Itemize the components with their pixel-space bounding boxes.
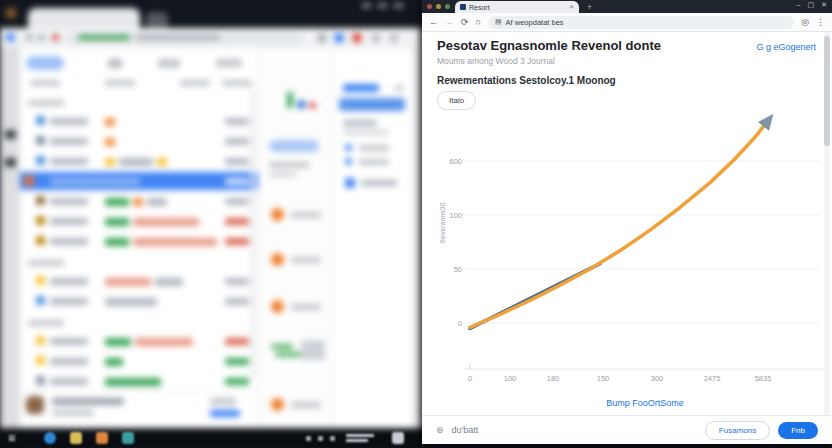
blurred-browser-tab[interactable] bbox=[28, 8, 140, 30]
blur-decor bbox=[136, 35, 220, 40]
window-maximize-icon[interactable]: ▢ bbox=[808, 1, 815, 9]
secondary-action-button[interactable]: Fusamons bbox=[705, 421, 770, 440]
blur-decor bbox=[50, 178, 140, 185]
taskbar-clock[interactable] bbox=[346, 434, 374, 437]
blur-decor bbox=[155, 278, 183, 286]
page-scrollbar[interactable] bbox=[824, 32, 830, 415]
row-amount-bar bbox=[225, 298, 249, 305]
blurred-list-area bbox=[20, 48, 258, 428]
table-row bbox=[20, 232, 258, 250]
orange-badge-icon bbox=[271, 398, 284, 411]
table-row bbox=[20, 212, 258, 230]
blur-decor bbox=[105, 218, 129, 226]
blur-decor bbox=[20, 390, 258, 391]
blur-decor bbox=[133, 218, 199, 226]
blurred-close-icon[interactable] bbox=[394, 4, 403, 7]
blurred-link-bar bbox=[210, 410, 240, 417]
blurred-minimize-icon[interactable] bbox=[362, 4, 371, 7]
page-footer: ⊛ du'batt Fusamons Fnb bbox=[422, 415, 832, 444]
blur-decor bbox=[38, 35, 45, 40]
new-tab-button[interactable]: + bbox=[587, 2, 592, 12]
tab-close-icon[interactable]: × bbox=[569, 3, 574, 11]
row-icon bbox=[36, 296, 45, 305]
column-header-bar bbox=[30, 80, 60, 86]
row-amount-bar bbox=[225, 358, 249, 365]
home-icon[interactable]: ○ bbox=[476, 18, 481, 27]
taskbar-app-yellow-icon[interactable] bbox=[70, 432, 82, 444]
blurred-app-logo bbox=[6, 33, 15, 42]
table-row bbox=[20, 132, 258, 150]
blur-decor bbox=[52, 410, 94, 416]
y-tick-label: 100 bbox=[449, 211, 462, 220]
row-icon bbox=[36, 336, 45, 345]
start-button-icon[interactable]: ⊞ bbox=[8, 433, 16, 443]
row-amount-bar bbox=[225, 238, 249, 245]
forward-icon[interactable]: → bbox=[445, 18, 454, 27]
back-icon[interactable]: ← bbox=[429, 18, 438, 27]
rail-icon bbox=[5, 158, 16, 167]
row-amount-bar bbox=[225, 278, 249, 285]
panel-selected-item bbox=[339, 98, 405, 111]
site-info-icon[interactable]: ▤ bbox=[495, 18, 502, 26]
column-header-bar bbox=[222, 80, 252, 86]
mini-chart-bar bbox=[287, 92, 293, 108]
row-icon bbox=[36, 236, 45, 245]
blur-decor bbox=[52, 398, 124, 405]
blur-decor bbox=[216, 59, 242, 67]
page-content: Pesotav Egnasnomle Revenol donte Moums a… bbox=[422, 32, 832, 415]
taskbar-app-teal-icon[interactable] bbox=[122, 432, 134, 444]
scrollbar-thumb[interactable] bbox=[824, 36, 830, 146]
row-icon bbox=[36, 376, 45, 385]
blur-decor bbox=[119, 158, 153, 166]
y-tick-label: 0 bbox=[458, 319, 462, 328]
x-tick-label: 150 bbox=[597, 374, 610, 383]
table-row bbox=[20, 352, 258, 370]
blur-decor bbox=[105, 298, 157, 306]
blur-decor bbox=[291, 304, 321, 310]
blur-decor bbox=[210, 398, 236, 405]
footer-settings-icon[interactable]: ⊛ bbox=[436, 425, 444, 435]
browser-toolbar: ← → ⟳ ○ ▤ Af weopdatat bes ◎ ⋮ bbox=[422, 13, 832, 32]
tray-icon-3[interactable] bbox=[330, 436, 335, 441]
x-tick-label: 2475 bbox=[704, 374, 721, 383]
row-amount-bar bbox=[225, 338, 249, 345]
blur-decor bbox=[50, 138, 88, 145]
window-close-icon[interactable]: ✕ bbox=[821, 1, 827, 9]
desktop-app-icon[interactable] bbox=[6, 8, 16, 18]
chart-source-link[interactable]: Bump FooOrtSome bbox=[470, 398, 820, 408]
blur-decor bbox=[50, 338, 88, 345]
line-chart: 050100600Severanns3001001801503002475583… bbox=[435, 106, 830, 396]
desktop: ⊞ Resort × + – ▢ ✕ bbox=[0, 0, 832, 448]
row-icon bbox=[36, 356, 45, 365]
reload-icon[interactable]: ⟳ bbox=[461, 18, 469, 27]
tray-icon-2[interactable] bbox=[318, 436, 323, 441]
blur-decor bbox=[52, 34, 59, 41]
row-icon bbox=[36, 196, 45, 205]
traffic-close-icon[interactable] bbox=[427, 4, 432, 9]
header-account-link[interactable]: G g eGogenert bbox=[756, 42, 816, 52]
browser-tab[interactable]: Resort × bbox=[455, 1, 579, 13]
table-row bbox=[20, 112, 258, 130]
browser-menu-icon[interactable]: ⋮ bbox=[816, 18, 825, 27]
row-icon bbox=[36, 116, 45, 125]
blurred-maximize-icon[interactable] bbox=[378, 4, 387, 7]
traffic-zoom-icon[interactable] bbox=[445, 4, 450, 9]
taskbar-date bbox=[346, 439, 368, 442]
traffic-minimize-icon[interactable] bbox=[436, 4, 441, 9]
panel-title-bar bbox=[343, 84, 379, 92]
taskbar-app-blue-icon[interactable] bbox=[44, 432, 56, 444]
tray-icon-1[interactable] bbox=[306, 436, 311, 441]
address-bar[interactable]: ▤ Af weopdatat bes bbox=[488, 16, 794, 29]
blur-decor bbox=[269, 172, 297, 177]
blurred-window-body[interactable] bbox=[0, 28, 422, 428]
profile-icon[interactable]: ◎ bbox=[801, 18, 809, 27]
blur-decor bbox=[105, 358, 123, 366]
blurred-reply-pill bbox=[269, 140, 319, 152]
blurred-app-window[interactable] bbox=[0, 0, 422, 430]
group-header-bar bbox=[28, 320, 64, 326]
tray-keyboard-icon[interactable] bbox=[392, 432, 404, 444]
taskbar-app-orange-icon[interactable] bbox=[96, 432, 108, 444]
rail-icon bbox=[5, 130, 16, 139]
primary-action-button[interactable]: Fnb bbox=[778, 422, 818, 439]
window-minimize-icon[interactable]: – bbox=[797, 1, 801, 9]
